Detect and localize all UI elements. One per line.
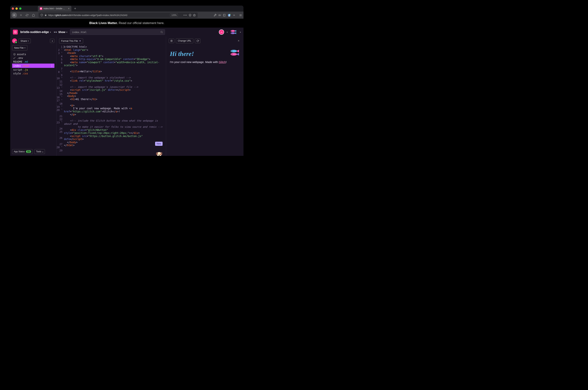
file-menu-icon[interactable]: ⋮ (50, 64, 53, 67)
file-row-index[interactable]: index.html⋮ (12, 64, 54, 68)
minimize-window-button[interactable] (15, 7, 18, 10)
url-text: https://glitch.com/edit/#!/bristle-sudde… (48, 14, 169, 17)
more-icon[interactable]: ••• (184, 14, 187, 17)
package-icon (13, 53, 16, 55)
svg-point-19 (232, 31, 232, 31)
svg-point-30 (232, 51, 232, 51)
sparkle-icon: ✦ (79, 40, 81, 42)
browser-window: index.html – bristle-sudden-ed… × + ht (10, 5, 244, 156)
tools-dropdown[interactable]: Tools▴ (34, 149, 45, 154)
collapse-sidebar-button[interactable]: ◂ (50, 39, 54, 43)
shield-icon (41, 14, 43, 16)
zoom-badge[interactable]: 120% (170, 13, 178, 17)
svg-point-33 (232, 54, 232, 55)
tab-bar: index.html – bristle-sudden-ed… × + (10, 5, 244, 11)
close-tab-button[interactable]: × (68, 7, 70, 10)
sidebar-icon[interactable] (223, 14, 226, 17)
preview-panel: Change URL × Hi there! I'm your cool new… (166, 37, 244, 156)
svg-marker-32 (236, 53, 239, 55)
chevron-down-icon: ▾ (240, 31, 241, 33)
reload-button[interactable] (24, 12, 30, 18)
svg-point-22 (232, 33, 232, 34)
maximize-window-button[interactable] (19, 7, 21, 10)
browser-tab-active[interactable]: index.html – bristle-sudden-ed… × (38, 6, 71, 11)
glitch-dog-icon[interactable]: 🐶 (156, 153, 163, 156)
svg-marker-29 (236, 50, 239, 52)
pocket-icon[interactable] (189, 14, 192, 17)
preview-heading: Hi there! (170, 50, 240, 57)
glitch-badge-dropdown[interactable]: <> (219, 29, 224, 35)
svg-marker-18 (235, 30, 236, 32)
sidebar: <> Share▾ ◂ New File▾ assets.envREADME.m… (10, 37, 56, 156)
new-tab-button[interactable]: + (73, 6, 78, 11)
profile-fish-dropdown[interactable] (230, 30, 237, 34)
svg-point-14 (161, 31, 162, 33)
new-file-dropdown[interactable]: New File▾ (12, 45, 27, 50)
svg-line-15 (162, 33, 163, 33)
overflow-chevron-icon[interactable] (233, 14, 236, 17)
hamburger-menu-icon[interactable] (239, 14, 242, 17)
svg-point-13 (15, 32, 16, 32)
lock-icon (45, 14, 47, 16)
tab-title: index.html – bristle-sudden-ed… (44, 7, 66, 10)
chevron-down-icon: ▾ (227, 31, 228, 33)
url-bar[interactable]: https://glitch.com/edit/#!/bristle-sudde… (39, 12, 197, 18)
editor-panel: Format This File ✦ 12 ˅3 ˅45678 ˅910 ˅11… (56, 37, 166, 156)
forward-button[interactable] (18, 12, 23, 18)
svg-point-20 (231, 32, 235, 34)
svg-point-25 (14, 58, 14, 58)
svg-point-1 (41, 8, 42, 9)
code-content[interactable]: <!DOCTYPE html><html lang="en"> <head> <… (64, 45, 166, 156)
svg-marker-27 (171, 41, 172, 41)
svg-point-7 (229, 14, 230, 15)
bookmark-star-icon[interactable] (193, 14, 196, 17)
sunglasses-icon: 👓 (53, 30, 57, 34)
svg-point-17 (231, 30, 235, 32)
library-icon[interactable] (218, 14, 221, 17)
key-icon (13, 57, 16, 59)
close-preview-button[interactable]: × (236, 39, 241, 43)
toolbar-right (214, 14, 242, 17)
svg-text:<>: <> (221, 31, 223, 33)
new-badge[interactable]: New (155, 142, 163, 146)
show-dropdown[interactable]: 👓 Show▾ (53, 30, 67, 34)
glitch-fish-icon[interactable] (230, 49, 240, 56)
svg-rect-4 (223, 14, 225, 16)
workspace: <> Share▾ ◂ New File▾ assets.envREADME.m… (10, 37, 244, 156)
window-controls (12, 7, 21, 10)
svg-point-8 (230, 14, 230, 15)
file-list: assets.envREADME.mdindex.html⋮script.jss… (12, 52, 54, 75)
glitch-favicon-icon (40, 7, 42, 10)
file-search-input[interactable]: index.html (70, 29, 165, 35)
svg-marker-3 (193, 14, 196, 16)
file-row-README[interactable]: README.md (12, 60, 54, 64)
home-button[interactable] (31, 12, 36, 18)
change-url-button[interactable]: Change URL (176, 38, 193, 43)
code-editor[interactable]: 12 ˅3 ˅45678 ˅910 ˅111213 ˅141516 ˅17 ˅1… (56, 45, 166, 156)
svg-marker-21 (235, 32, 236, 34)
user-avatar[interactable]: <> (12, 38, 17, 43)
file-row-script[interactable]: script.js (12, 68, 54, 72)
back-button[interactable] (12, 12, 17, 18)
app-status-button[interactable]: App Status Ok (12, 149, 33, 154)
share-button[interactable]: Share▾ (18, 39, 31, 43)
svg-text:<>: <> (13, 40, 16, 42)
close-window-button[interactable] (12, 7, 14, 10)
line-gutter: 12 ˅3 ˅45678 ˅910 ˅111213 ˅141516 ˅17 ˅1… (56, 45, 64, 156)
nav-bar: https://glitch.com/edit/#!/bristle-sudde… (10, 11, 244, 19)
status-ok-pill: Ok (26, 150, 31, 153)
format-file-button[interactable]: Format This File ✦ (59, 38, 83, 44)
file-row-env[interactable]: .env (12, 56, 54, 60)
svg-rect-2 (45, 15, 47, 16)
banner-link[interactable]: Read our official statement here. (119, 21, 164, 25)
preview-play-button[interactable] (169, 39, 174, 43)
file-row-style[interactable]: style.css (12, 72, 54, 75)
file-row-assets[interactable]: assets (12, 52, 54, 56)
banner-bold: Black Lives Matter. (89, 21, 118, 25)
project-name-dropdown[interactable]: bristle-sudden-edge▾ (20, 30, 51, 34)
preview-glitch-link[interactable]: Glitch (219, 60, 226, 64)
refresh-preview-button[interactable] (195, 39, 200, 43)
devtools-icon[interactable] (214, 14, 216, 17)
project-logo-icon[interactable] (13, 30, 18, 35)
account-icon[interactable] (228, 14, 231, 17)
